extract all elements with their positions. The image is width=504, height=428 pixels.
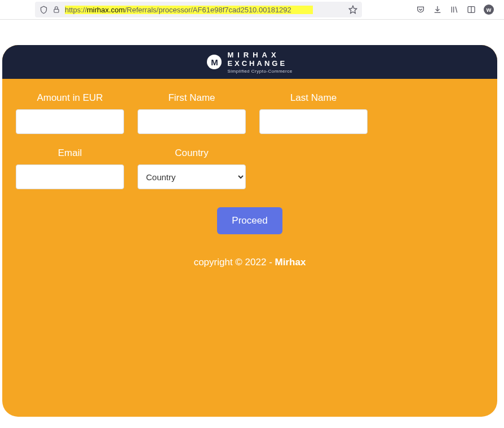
proceed-button[interactable]: Proceed: [217, 207, 282, 234]
library-icon[interactable]: [450, 5, 459, 14]
pocket-icon[interactable]: [416, 5, 425, 14]
browser-toolbar: https://mirhax.com/Referrals/processor/A…: [0, 0, 504, 20]
proceed-row: Proceed: [2, 207, 497, 234]
lock-icon[interactable]: [52, 6, 60, 14]
input-first-name[interactable]: [138, 109, 246, 134]
download-icon[interactable]: [433, 5, 442, 14]
url-path: /Referrals/processor/AF61e98f7cad2510.00…: [125, 6, 291, 14]
field-email: Email: [16, 148, 124, 189]
field-country: Country Country: [138, 148, 246, 189]
input-email[interactable]: [16, 164, 124, 189]
label-email: Email: [58, 148, 82, 159]
svg-line-5: [456, 7, 457, 13]
card-header: M MIRHAX EXCHANGE Simplified Crypto-Comm…: [2, 45, 497, 79]
input-amount[interactable]: [16, 109, 124, 134]
brand-logo: M MIRHAX EXCHANGE Simplified Crypto-Comm…: [207, 51, 292, 74]
url-proto: https://: [65, 6, 87, 14]
input-last-name[interactable]: [259, 109, 368, 134]
url-text[interactable]: https://mirhax.com/Referrals/processor/A…: [65, 6, 344, 14]
select-country[interactable]: Country: [138, 164, 246, 189]
svg-marker-1: [349, 6, 356, 13]
label-amount: Amount in EUR: [37, 92, 103, 104]
logo-mark-icon: M: [207, 55, 222, 69]
copyright-brand: Mirhax: [275, 257, 306, 268]
field-last-name: Last Name: [259, 92, 368, 134]
label-first-name: First Name: [168, 92, 215, 104]
sidebar-icon[interactable]: [467, 5, 476, 14]
logo-tagline: Simplified Crypto-Commerce: [227, 69, 292, 74]
field-amount: Amount in EUR: [16, 92, 124, 134]
copyright: copyright © 2022 - Mirhax: [2, 257, 497, 268]
form-grid: Amount in EUR First Name Last Name Email…: [2, 79, 497, 189]
label-country: Country: [175, 148, 209, 159]
label-last-name: Last Name: [290, 92, 337, 104]
account-icon[interactable]: w: [484, 5, 494, 15]
toolbar-right: w: [416, 5, 494, 15]
shield-icon[interactable]: [39, 6, 48, 14]
address-bar[interactable]: https://mirhax.com/Referrals/processor/A…: [35, 2, 362, 17]
logo-line2: EXCHANGE: [227, 59, 292, 68]
copyright-prefix: copyright © 2022 -: [194, 257, 275, 268]
logo-line1: MIRHAX: [227, 51, 292, 59]
field-first-name: First Name: [138, 92, 246, 134]
svg-rect-0: [54, 9, 59, 12]
main-card: M MIRHAX EXCHANGE Simplified Crypto-Comm…: [2, 45, 497, 417]
url-domain: mirhax.com: [87, 6, 125, 14]
bookmark-star-icon[interactable]: [348, 5, 357, 14]
page-body: M MIRHAX EXCHANGE Simplified Crypto-Comm…: [0, 20, 504, 417]
